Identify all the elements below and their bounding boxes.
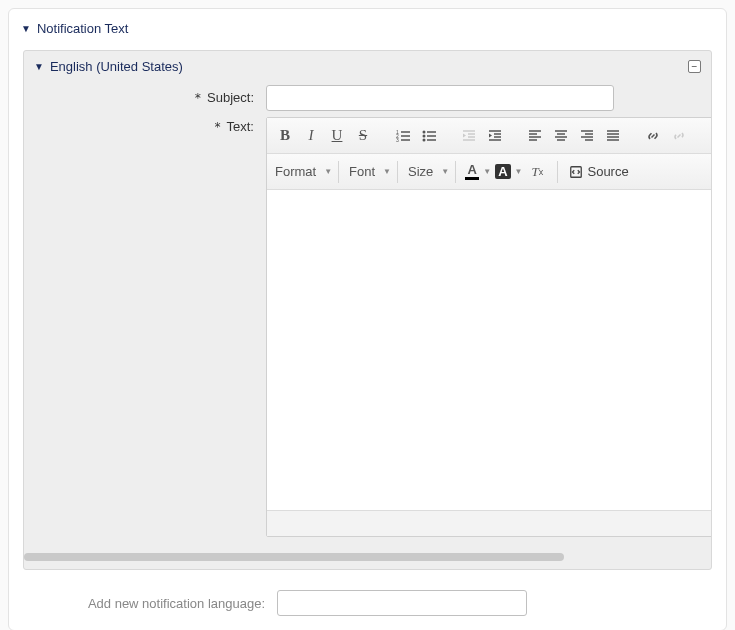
caret-down-icon: ▼ [34, 61, 44, 72]
panel-title: Notification Text [37, 21, 129, 36]
panel-header[interactable]: ▼ Notification Text [19, 15, 716, 50]
link-button[interactable] [640, 123, 666, 149]
bold-button[interactable]: B [272, 123, 298, 149]
add-language-label: Add new notification language: [25, 596, 265, 611]
svg-point-9 [423, 130, 426, 133]
align-left-button[interactable] [522, 123, 548, 149]
font-dropdown-label: Font [349, 164, 375, 179]
outdent-button[interactable] [456, 123, 482, 149]
subject-label-text: Subject: [207, 90, 254, 105]
remove-format-button[interactable]: Tx [524, 159, 550, 185]
language-panel-header[interactable]: ▼ English (United States) − [24, 51, 711, 82]
add-language-row: Add new notification language: [19, 580, 716, 620]
size-dropdown[interactable]: Size ▼ [400, 159, 453, 185]
align-justify-button[interactable] [600, 123, 626, 149]
format-dropdown[interactable]: Format ▼ [267, 159, 336, 185]
source-button-label: Source [587, 164, 628, 179]
chevron-down-icon: ▼ [515, 167, 523, 176]
svg-point-11 [423, 138, 426, 141]
toolbar-row-1: B I U S 123 [267, 118, 712, 154]
underline-button[interactable]: U [324, 123, 350, 149]
text-label: * Text: [34, 111, 254, 537]
indent-button[interactable] [482, 123, 508, 149]
strikethrough-button[interactable]: S [350, 123, 376, 149]
italic-button[interactable]: I [298, 123, 324, 149]
chevron-down-icon: ▼ [441, 167, 449, 176]
align-center-button[interactable] [548, 123, 574, 149]
svg-marker-21 [489, 133, 492, 137]
notification-text-panel: ▼ Notification Text ▼ English (United St… [8, 8, 727, 630]
add-language-input[interactable] [277, 590, 527, 616]
editor-container: B I U S 123 [266, 117, 712, 537]
align-right-button[interactable] [574, 123, 600, 149]
required-icon: * [194, 91, 201, 105]
unlink-button[interactable] [666, 123, 692, 149]
required-icon: * [214, 120, 221, 134]
editor-footer [267, 510, 712, 536]
horizontal-rule-button[interactable] [706, 123, 712, 149]
rich-text-editor: B I U S 123 [266, 117, 712, 537]
caret-down-icon: ▼ [21, 23, 31, 34]
horizontal-scrollbar[interactable] [24, 553, 711, 563]
language-panel: ▼ English (United States) − * Subject: *… [23, 50, 712, 570]
scrollbar-thumb[interactable] [24, 553, 564, 561]
svg-text:3: 3 [396, 137, 399, 143]
chevron-down-icon: ▼ [483, 167, 491, 176]
svg-point-10 [423, 134, 426, 137]
background-color-button[interactable]: A ▼ [493, 159, 524, 185]
source-button[interactable]: Source [565, 159, 632, 185]
numbered-list-button[interactable]: 123 [390, 123, 416, 149]
font-dropdown[interactable]: Font ▼ [341, 159, 395, 185]
size-dropdown-label: Size [408, 164, 433, 179]
language-panel-title: English (United States) [50, 59, 183, 74]
editor-body[interactable] [267, 190, 712, 510]
form-grid: * Subject: * Text: B I U [24, 82, 711, 547]
collapse-icon[interactable]: − [688, 60, 701, 73]
chevron-down-icon: ▼ [324, 167, 332, 176]
chevron-down-icon: ▼ [383, 167, 391, 176]
subject-input[interactable] [266, 85, 614, 111]
format-dropdown-label: Format [275, 164, 316, 179]
subject-label: * Subject: [34, 82, 254, 111]
bulleted-list-button[interactable] [416, 123, 442, 149]
toolbar-row-2: Format ▼ Font ▼ Size ▼ [267, 154, 712, 190]
svg-marker-16 [463, 133, 466, 137]
text-label-text: Text: [227, 119, 254, 134]
text-color-button[interactable]: A ▼ [463, 159, 493, 185]
